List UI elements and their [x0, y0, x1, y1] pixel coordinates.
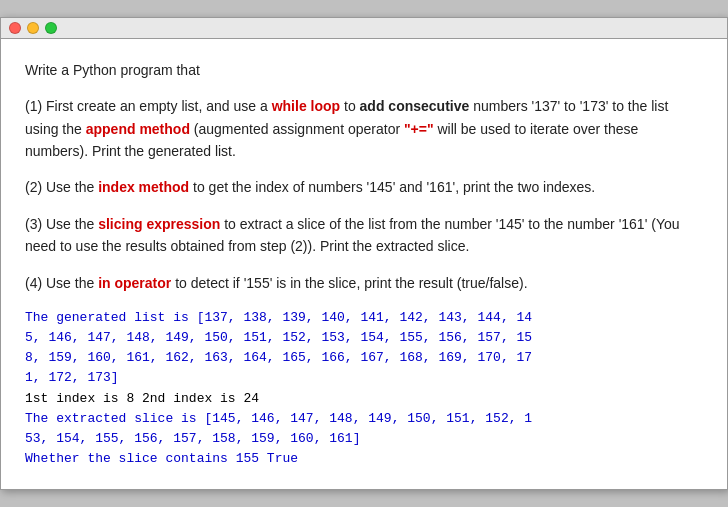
- output-line2: 1st index is 8 2nd index is 24: [25, 389, 703, 409]
- slicing-expression-highlight: slicing expression: [98, 216, 220, 232]
- while-loop-highlight: while loop: [272, 98, 340, 114]
- index-method-highlight: index method: [98, 179, 189, 195]
- task2-suffix: to get the index of numbers '145' and '1…: [189, 179, 595, 195]
- task2-paragraph: (2) Use the index method to get the inde…: [25, 176, 703, 198]
- code-output-block: The generated list is [137, 138, 139, 14…: [25, 308, 703, 469]
- close-button[interactable]: [9, 22, 21, 34]
- main-content: Write a Python program that (1) First cr…: [1, 39, 727, 489]
- task2-prefix: (2) Use the: [25, 179, 98, 195]
- output-line1d: 1, 172, 173]: [25, 368, 703, 388]
- task1-paragraph: (1) First create an empty list, and use …: [25, 95, 703, 162]
- in-operator-highlight: in operator: [98, 275, 171, 291]
- plus-equals-highlight: "+=": [404, 121, 434, 137]
- task1-text-after-append: (augmented assignment operator: [190, 121, 404, 137]
- task1-text-before-while: (1) First create an empty list, and use …: [25, 98, 272, 114]
- output-line1: The generated list is [137, 138, 139, 14…: [25, 308, 703, 328]
- task3-prefix: (3) Use the: [25, 216, 98, 232]
- task3-paragraph: (3) Use the slicing expression to extrac…: [25, 213, 703, 258]
- append-method-highlight: append method: [86, 121, 190, 137]
- output-line4: Whether the slice contains 155 True: [25, 449, 703, 469]
- output-line3: The extracted slice is [145, 146, 147, 1…: [25, 409, 703, 429]
- intro-text: Write a Python program that: [25, 59, 703, 81]
- output-line1c: 8, 159, 160, 161, 162, 163, 164, 165, 16…: [25, 348, 703, 368]
- main-window: Write a Python program that (1) First cr…: [0, 17, 728, 490]
- output-line3b: 53, 154, 155, 156, 157, 158, 159, 160, 1…: [25, 429, 703, 449]
- task4-suffix: to detect if '155' is in the slice, prin…: [171, 275, 527, 291]
- minimize-button[interactable]: [27, 22, 39, 34]
- task4-paragraph: (4) Use the in operator to detect if '15…: [25, 272, 703, 294]
- maximize-button[interactable]: [45, 22, 57, 34]
- titlebar: [1, 18, 727, 39]
- task4-prefix: (4) Use the: [25, 275, 98, 291]
- output-line1b: 5, 146, 147, 148, 149, 150, 151, 152, 15…: [25, 328, 703, 348]
